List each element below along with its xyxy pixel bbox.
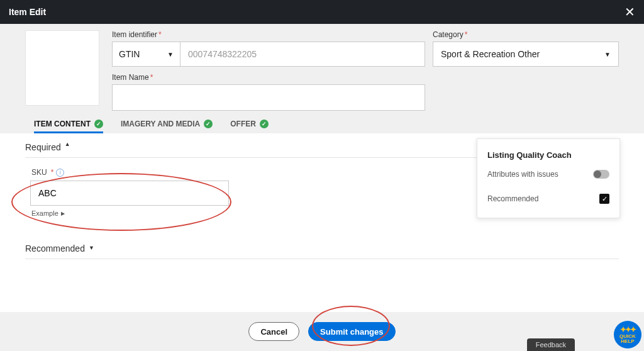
caret-down-icon: ▼ (167, 51, 174, 58)
caret-down-icon: ▼ (604, 51, 611, 58)
required-star: * (51, 168, 54, 177)
listing-quality-coach-panel: Listing Quality Coach Attributes with is… (477, 138, 620, 218)
info-icon[interactable]: i (56, 169, 64, 177)
item-name-input[interactable] (112, 84, 425, 111)
close-icon[interactable]: ✕ (625, 6, 635, 18)
identifier-type-value: GTIN (119, 49, 140, 59)
coach-attributes-issues-label: Attributes with issues (487, 170, 558, 179)
sku-input[interactable] (30, 181, 229, 206)
identifier-type-select[interactable]: GTIN ▼ (112, 42, 180, 67)
recommended-checkbox[interactable]: ✓ (599, 194, 609, 204)
item-header-form: Item identifier* GTIN ▼ Item Name* (0, 24, 644, 133)
category-select[interactable]: Sport & Recreation Other ▼ (433, 42, 619, 67)
sku-field-block: SKU * i Example ▶ (25, 168, 465, 217)
modal-title: Item Edit (9, 7, 46, 17)
section-recommended[interactable]: Recommended ▼ (25, 235, 619, 259)
tab-bar: ITEM CONTENT ✓ IMAGERY AND MEDIA ✓ OFFER… (34, 120, 619, 133)
sku-example-toggle[interactable]: Example ▶ (31, 209, 465, 217)
category-value: Sport & Recreation Other (441, 49, 540, 59)
attributes-issues-toggle[interactable] (593, 170, 609, 179)
feedback-tab[interactable]: Feedback (527, 338, 575, 351)
check-icon: ✓ (204, 120, 213, 128)
check-icon: ✓ (94, 120, 103, 128)
identifier-value-input[interactable] (180, 42, 425, 67)
spark-icon: ✦✦✦ (620, 326, 635, 333)
cancel-button[interactable]: Cancel (248, 322, 299, 341)
quick-help-fab[interactable]: ✦✦✦ QUICK HELP (614, 321, 641, 348)
item-name-label: Item Name* (112, 73, 425, 82)
item-identifier-label: Item identifier* (112, 30, 425, 39)
submit-changes-button[interactable]: Submit changes (308, 322, 395, 341)
collapse-up-icon: ▲ (65, 141, 70, 147)
check-icon: ✓ (260, 120, 269, 128)
tab-imagery-media[interactable]: IMAGERY AND MEDIA ✓ (121, 120, 213, 133)
modal-header: Item Edit ✕ (0, 0, 644, 24)
item-content-body: Required ▲ SKU * i Example ▶ Recommended… (0, 133, 644, 316)
sku-label: SKU (31, 168, 47, 177)
item-thumbnail[interactable] (25, 30, 99, 106)
tab-offer[interactable]: OFFER ✓ (230, 120, 269, 133)
expand-down-icon: ▼ (89, 245, 94, 251)
category-label: Category* (433, 30, 619, 39)
coach-title: Listing Quality Coach (487, 150, 609, 160)
coach-recommended-label: Recommended (487, 194, 538, 203)
tab-item-content[interactable]: ITEM CONTENT ✓ (34, 120, 103, 133)
chevron-right-icon: ▶ (61, 211, 65, 216)
